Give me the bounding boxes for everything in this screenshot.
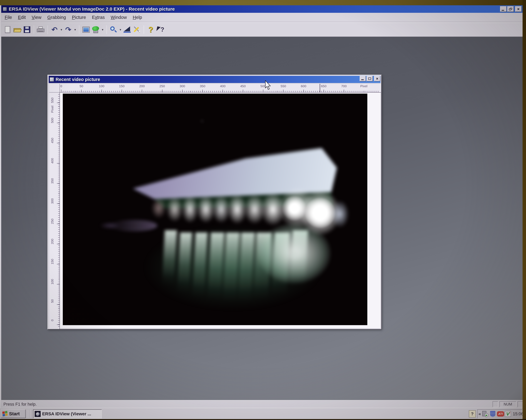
ruler-tick-label: 550 [51, 98, 54, 103]
video-frame [63, 94, 367, 325]
ruler-tick-label: 450 [238, 84, 248, 88]
ruler-major-tick [61, 89, 61, 92]
ruler-major-tick [283, 89, 283, 92]
video-client-area [60, 93, 380, 328]
minimize-button[interactable] [500, 6, 507, 12]
undo-dropdown[interactable]: ▾ [59, 25, 63, 35]
ruler-unit-label: Pixel [360, 84, 367, 88]
help-icon: ? [148, 26, 153, 34]
magnifier-icon [110, 26, 117, 33]
undo-icon: ↶ [51, 26, 58, 33]
status-bar: Press F1 for help. NUM [1, 400, 523, 408]
main-titlebar[interactable]: ERSA IDView (Viewer Modul von ImageDoc 2… [1, 5, 523, 13]
pointer-tool-icon [123, 26, 131, 33]
tray-blue-shield-icon[interactable] [490, 411, 496, 417]
close-button[interactable]: × [515, 6, 522, 12]
menu-item-help[interactable]: Help [133, 15, 142, 20]
ruler-major-tick [57, 284, 60, 284]
ruler-tick-label: 100 [51, 279, 54, 284]
ruler-major-tick [57, 103, 60, 103]
child-minimize-button[interactable] [360, 76, 366, 81]
camera-grab-icon [92, 26, 99, 33]
status-message: Press F1 for help. [3, 402, 37, 407]
ruler-major-tick [324, 89, 324, 92]
grab-picture-button[interactable] [91, 25, 101, 35]
new-button[interactable] [3, 25, 12, 35]
redo-dropdown[interactable]: ▾ [73, 25, 77, 35]
ruler-major-tick [57, 244, 60, 244]
ruler-major-tick [81, 89, 81, 92]
child-titlebar[interactable]: Recent video picture [49, 76, 380, 83]
child-maximize-button[interactable] [366, 76, 373, 81]
ruler-tick-label: 50 [51, 299, 54, 303]
ruler-tick-label: 300 [177, 84, 187, 88]
mdi-workspace: Recent video picture × Pixel 05010015020… [1, 37, 523, 406]
app-window: ERSA IDView (Viewer Modul von ImageDoc 2… [0, 5, 523, 419]
save-button[interactable] [22, 25, 32, 35]
task-button-ersa-idview[interactable]: ERSA IDView (Viewer ... [33, 409, 102, 419]
photo-bezel-top [0, 0, 526, 5]
menu-item-grabbing[interactable]: Grabbing [47, 15, 66, 20]
ruler-major-tick [57, 123, 60, 123]
ruler-tick-label: 600 [299, 84, 309, 88]
child-window-icon [50, 77, 54, 82]
ruler-major-tick [57, 264, 60, 264]
menu-item-file[interactable]: File [5, 15, 12, 20]
ruler-tick-label: 350 [51, 178, 54, 184]
monitor-icon [82, 27, 90, 33]
ruler-major-tick [202, 89, 203, 92]
restore-button[interactable] [507, 6, 514, 12]
vertical-ruler: Pixel 550500450400350300250200150100500 [49, 93, 60, 329]
windows-logo-icon [2, 411, 8, 417]
tray-antivirus-icon[interactable]: V! [505, 411, 511, 417]
menu-item-picture[interactable]: Picture [72, 15, 86, 20]
toolbar-separator [107, 25, 107, 34]
ruler-major-tick [57, 224, 60, 224]
zoom-button[interactable] [109, 25, 118, 35]
undo-button[interactable]: ↶ [50, 25, 59, 35]
menu-item-extras[interactable]: Extras [92, 15, 105, 20]
start-button[interactable]: Start [1, 409, 26, 418]
taskbar-divider [30, 410, 30, 418]
screen-photo: ERSA IDView (Viewer Modul von ImageDoc 2… [0, 0, 526, 420]
ruler-major-tick [57, 304, 60, 305]
help-button[interactable]: ? [146, 25, 156, 35]
ruler-major-tick [57, 204, 60, 204]
pointer-tool-button[interactable] [122, 25, 132, 35]
photo-bezel-bottom [0, 419, 526, 420]
zoom-dropdown[interactable]: ▾ [118, 25, 122, 35]
app-icon [3, 7, 7, 11]
menubar: FileEditViewGrabbingPictureExtrasWindowH… [1, 13, 523, 22]
menu-item-view[interactable]: View [32, 15, 41, 20]
ruler-major-tick [223, 89, 223, 92]
tray-ati-icon[interactable]: ATI [497, 411, 503, 417]
ruler-tick-label: 350 [198, 84, 208, 88]
context-help-button[interactable]: ? [156, 25, 165, 35]
tray-standalone-question-icon[interactable]: ? [469, 410, 476, 418]
task-button-label: ERSA IDView (Viewer ... [42, 411, 91, 416]
ruler-tick-label: 550 [278, 84, 288, 88]
menu-item-window[interactable]: Window [111, 15, 127, 20]
ruler-major-tick [101, 89, 102, 92]
toolbar-separator [79, 25, 79, 34]
menu-item-edit[interactable]: Edit [18, 15, 26, 20]
main-window-title: ERSA IDView (Viewer Modul von ImageDoc 2… [9, 6, 175, 12]
redo-button[interactable]: ↷ [63, 25, 73, 35]
tray-clock[interactable]: 15:06 [513, 411, 524, 416]
ruler-major-tick [344, 89, 344, 92]
toolbar-separator [48, 25, 48, 34]
monitor-view-button[interactable] [81, 25, 91, 35]
ruler-tick-label: 200 [51, 239, 54, 244]
ruler-tick-label: 50 [76, 84, 86, 88]
measure-pen-button[interactable] [132, 25, 142, 35]
tray-chevron-icon[interactable]: « [478, 411, 481, 416]
ruler-major-tick [122, 89, 122, 92]
tray-media-icon[interactable]: ▶ [482, 411, 488, 417]
taskbar-divider [28, 410, 28, 418]
ruler-tick-label: 300 [51, 198, 54, 204]
grab-dropdown[interactable]: ▾ [101, 25, 105, 35]
print-button[interactable] [36, 25, 46, 35]
child-close-button[interactable]: × [374, 76, 380, 81]
open-folder-icon [14, 27, 21, 32]
open-button[interactable] [12, 25, 22, 35]
